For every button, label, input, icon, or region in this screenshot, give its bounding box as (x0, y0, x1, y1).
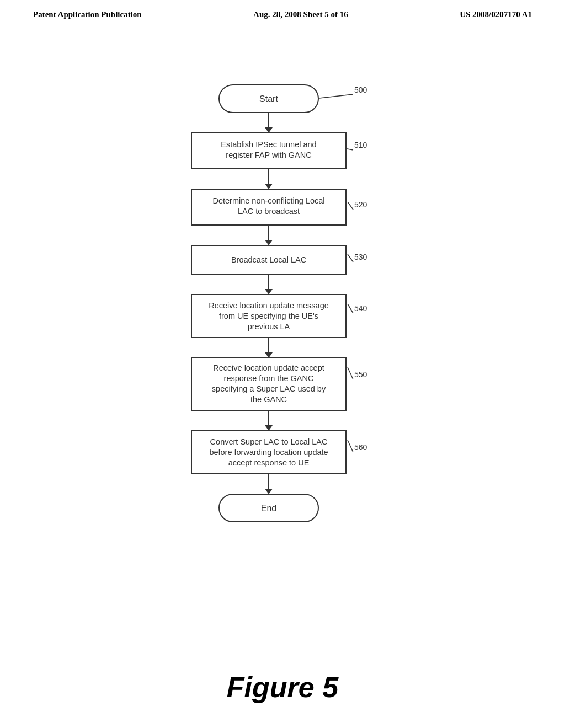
flowchart-svg: 500 Start 510 Establish IPSec tunnel and… (0, 47, 565, 654)
text-550-2: response from the GANC (224, 374, 314, 383)
label-560: 560 (354, 443, 367, 452)
text-start: Start (259, 94, 278, 104)
arrowhead-6 (265, 425, 273, 431)
arrowhead-1 (265, 127, 273, 133)
diagram-area: 500 Start 510 Establish IPSec tunnel and… (0, 25, 565, 728)
flowchart: 500 Start 510 Establish IPSec tunnel and… (139, 47, 426, 654)
text-550-1: Receive location update accept (213, 363, 324, 372)
header-patent-number: US 2008/0207170 A1 (460, 10, 532, 19)
text-510-1: Establish IPSec tunnel and (221, 140, 316, 149)
text-520-1: Determine non-conflicting Local (212, 196, 324, 205)
label-500: 500 (354, 85, 367, 94)
arrowhead-5 (265, 352, 273, 358)
arrow-550 (348, 367, 353, 379)
arrowhead-7 (265, 489, 273, 494)
text-530: Broadcast Local LAC (231, 255, 306, 264)
label-550: 550 (354, 370, 367, 379)
text-550-3: specifying a Super LAC used by (212, 384, 326, 393)
arrow-520 (348, 202, 353, 210)
text-520-2: LAC to broadcast (238, 207, 300, 216)
text-end: End (261, 504, 276, 513)
arrow-530 (348, 254, 353, 262)
arrow-540 (348, 304, 353, 313)
text-550-4: the GANC (250, 395, 287, 404)
figure-caption: Figure 5 (227, 671, 338, 720)
label-540: 540 (354, 304, 367, 313)
text-540-1: Receive location update message (209, 301, 329, 310)
text-560-1: Convert Super LAC to Local LAC (210, 437, 328, 446)
text-540-3: previous LA (248, 322, 290, 331)
arrow-560 (348, 440, 353, 452)
header-date-sheet: Aug. 28, 2008 Sheet 5 of 16 (253, 10, 348, 19)
text-560-2: before forwarding location update (209, 448, 328, 457)
arrowhead-3 (265, 240, 273, 245)
text-560-3: accept response to UE (228, 458, 310, 467)
text-540-2: from UE specifying the UE's (219, 312, 318, 320)
label-510: 510 (354, 141, 367, 149)
text-510-2: register FAP with GANC (226, 151, 311, 159)
header-publication: Patent Application Publication (33, 10, 142, 19)
page-header: Patent Application Publication Aug. 28, … (0, 0, 565, 25)
arrowhead-2 (265, 184, 273, 189)
label-520: 520 (354, 200, 367, 209)
arrowhead-4 (265, 289, 273, 295)
label-530: 530 (354, 253, 367, 261)
